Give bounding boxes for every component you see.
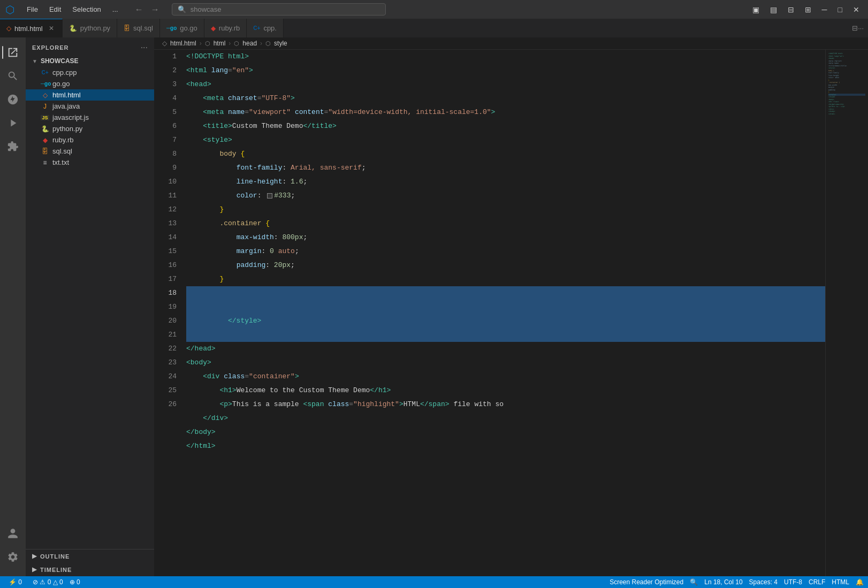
remote-button[interactable]: ⚡ 0 (4, 578, 26, 586)
encoding-setting[interactable]: UTF-8 (784, 578, 802, 586)
folder-showcase[interactable]: ▼ SHOWCASE (26, 55, 154, 67)
line-26: 26 (158, 398, 177, 411)
activity-extensions[interactable] (2, 136, 24, 157)
tab-sql[interactable]: 🗄 sql.sql (117, 19, 160, 37)
maximize-button[interactable]: □ (835, 4, 846, 16)
line-14: 14 (158, 231, 177, 245)
code-line-13: .container { (186, 217, 825, 231)
menu-file[interactable]: File (22, 4, 42, 14)
tab-python[interactable]: 🐍 python.py (63, 19, 117, 37)
search-text: showcase (191, 5, 222, 13)
spaces-setting[interactable]: Spaces: 4 (749, 578, 778, 586)
file-java[interactable]: J java.java (26, 101, 154, 112)
nav-forward-button[interactable]: → (148, 4, 162, 16)
menu-selection[interactable]: Selection (68, 4, 105, 14)
breadcrumb-html[interactable]: html (214, 40, 226, 47)
breadcrumb-file[interactable]: html.html (170, 40, 196, 47)
network-status[interactable]: ⊕ 0 (70, 578, 80, 586)
warning-icon: △ (53, 578, 58, 586)
panel-toggle-button[interactable]: ▤ (767, 4, 780, 16)
cursor-position[interactable]: Ln 18, Col 10 (704, 578, 742, 586)
line-24: 24 (158, 370, 177, 384)
minimap-content: <!DOCTYPE html> <html lang="en"> <head> … (826, 50, 868, 118)
file-sql[interactable]: 🗄 sql.sql (26, 146, 154, 157)
code-line-14: max-width : 800px ; (186, 231, 825, 245)
activity-account[interactable] (2, 523, 24, 544)
activity-search[interactable] (2, 65, 24, 87)
tab-cpp[interactable]: C+ cpp. (247, 19, 284, 37)
activity-explorer[interactable] (2, 42, 24, 63)
code-line-7: <style> (186, 133, 825, 147)
file-txt[interactable]: ≡ txt.txt (26, 157, 154, 168)
file-python[interactable]: 🐍 python.py (26, 123, 154, 134)
code-line-3: <head> (186, 78, 825, 91)
code-line-22: <h1> Welcome to the Custom Theme Demo </… (186, 384, 825, 398)
file-ruby[interactable]: ◆ ruby.rb (26, 134, 154, 146)
minimize-button[interactable]: ─ (819, 4, 831, 16)
cpp-icon: C+ (41, 70, 49, 75)
notifications-button[interactable]: 🔔 (856, 578, 864, 586)
code-content[interactable]: <!DOCTYPE html> <html lang = "en" > <hea… (181, 50, 825, 576)
errors-warnings[interactable]: ⊘ ⚠ 0 △ 0 (33, 578, 63, 586)
error-icon: ⊘ (33, 578, 38, 586)
tab-html[interactable]: ◇ html.html ✕ (0, 19, 63, 37)
code-line-16: padding : 20px ; (186, 258, 825, 272)
code-line-9: font-family : Arial, sans-serif ; (186, 161, 825, 175)
code-line-25: </body> (186, 425, 825, 439)
activity-git[interactable] (2, 89, 24, 110)
line-2: 2 (158, 64, 177, 78)
file-cpp[interactable]: C+ cpp.cpp (26, 67, 154, 78)
activity-run[interactable] (2, 112, 24, 134)
code-line-5: <meta name = "viewport" content = "width… (186, 105, 825, 119)
breadcrumb-head[interactable]: head (242, 40, 257, 47)
file-txt-name: txt.txt (52, 158, 69, 166)
line-3: 3 (158, 78, 177, 91)
file-python-name: python.py (52, 125, 82, 133)
sidebar-content: ▼ SHOWCASE C+ cpp.cpp ─go go.go ◇ html.h… (26, 55, 154, 549)
file-html[interactable]: ◇ html.html (26, 89, 154, 101)
ruby-icon: ◆ (41, 136, 49, 144)
menu-edit[interactable]: Edit (45, 4, 65, 14)
sidebar-more-button[interactable]: ··· (141, 43, 148, 52)
js-icon: JS (41, 115, 49, 120)
folder-name: SHOWCASE (41, 57, 79, 65)
zoom-icon[interactable]: 🔍 (690, 578, 698, 586)
file-js[interactable]: JS javascript.js (26, 112, 154, 123)
code-line-23: <p> This is a sample <span class = "high… (186, 398, 825, 411)
timeline-title: TIMELINE (40, 567, 72, 573)
java-icon: J (41, 103, 49, 110)
breadcrumb-style[interactable]: style (274, 40, 287, 47)
color-swatch (267, 193, 272, 198)
tab-ruby[interactable]: ◆ ruby.rb (204, 19, 247, 37)
screen-reader-status[interactable]: Screen Reader Optimized (610, 578, 683, 586)
tab-go[interactable]: ─go go.go (160, 19, 204, 37)
line-21: 21 (158, 328, 177, 342)
search-box[interactable]: 🔍 showcase (172, 3, 386, 16)
line-12: 12 (158, 203, 177, 217)
activity-settings[interactable] (2, 546, 24, 568)
nav-back-button[interactable]: ← (132, 4, 146, 16)
status-bar: ⚡ 0 ⊘ ⚠ 0 △ 0 ⊕ 0 Screen Reader Optimize… (0, 576, 868, 588)
split-editor-button[interactable]: ⊟ (785, 4, 797, 16)
layout-toggle-button[interactable]: ▣ (749, 4, 763, 16)
code-line-8: body { (186, 147, 825, 161)
line-1: 1 (158, 50, 177, 64)
line-18: 18 (158, 286, 177, 300)
html-icon: ◇ (41, 91, 49, 99)
html-open-tag: <html (186, 64, 207, 78)
network-count: 0 (77, 578, 80, 586)
line-ending-setting[interactable]: CRLF (809, 578, 825, 586)
file-go[interactable]: ─go go.go (26, 78, 154, 89)
menu-more[interactable]: ... (108, 4, 123, 14)
status-right: Screen Reader Optimized 🔍 Ln 18, Col 10 … (610, 578, 864, 586)
outline-section[interactable]: ▶ OUTLINE (26, 549, 154, 563)
tab-more-button[interactable]: ⊟ ··· (848, 19, 868, 37)
close-button[interactable]: ✕ (850, 4, 863, 16)
tab-html-close-button[interactable]: ✕ (47, 24, 56, 33)
code-line-26: </html> (186, 439, 825, 453)
customize-layout-button[interactable]: ⊞ (802, 4, 814, 16)
line-25: 25 (158, 384, 177, 398)
tab-python-label: python.py (80, 24, 110, 32)
timeline-section[interactable]: ▶ TIMELINE (26, 563, 154, 576)
language-mode[interactable]: HTML (832, 578, 849, 586)
